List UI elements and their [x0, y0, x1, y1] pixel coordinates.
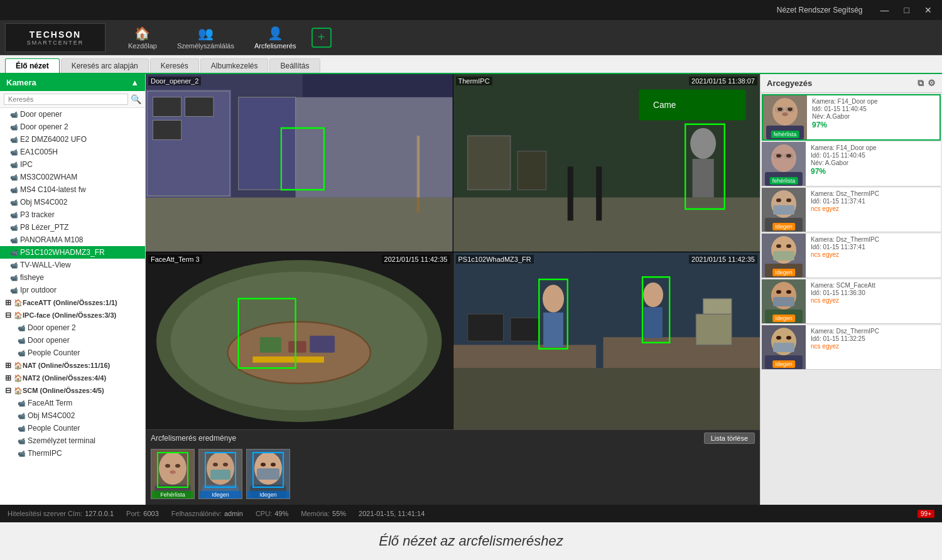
video-area: Door_opener_2	[146, 74, 760, 505]
camera-icon: 📹	[10, 111, 18, 118]
svg-point-105	[786, 336, 791, 340]
face-info-4: Kamera: Dsz_ThermIPC Idő: 01-15 11:37:41…	[806, 234, 941, 277]
face-result-1[interactable]: Fehérlista	[151, 449, 195, 499]
group-ipc-face[interactable]: ⊟ 🏠 IPC-face (Online/Összes:3/3)	[0, 309, 145, 321]
sidebar-item-ps1c[interactable]: 📹 PS1C102WHADMZ3_FR	[0, 246, 145, 259]
svg-rect-41	[644, 307, 663, 338]
face-name-2: Név: A.Gabor	[811, 159, 936, 166]
svg-rect-22	[596, 166, 602, 220]
video-cell-2[interactable]: ThermIPC 2021/01/15 11:38:07 Came	[453, 74, 761, 252]
mem-label: Memória:	[301, 510, 330, 517]
svg-rect-17	[517, 151, 546, 190]
sidebar-item-ea1c[interactable]: 📹 EA1C005H	[0, 146, 145, 158]
camera-icon: 📹	[18, 412, 25, 419]
svg-point-40	[643, 282, 663, 306]
camera-label: IPC	[20, 160, 33, 169]
sidebar-item-ipc[interactable]: 📹 IPC	[0, 158, 145, 171]
face-time-6: Idő: 01-15 11:32:25	[811, 335, 936, 342]
sidebar-scm-people[interactable]: 📹 People Counter	[0, 422, 145, 434]
sidebar-item-door-opener[interactable]: 📹 Door opener	[0, 108, 145, 121]
nav-face[interactable]: 👤 Arcfelismerés	[244, 23, 306, 52]
face-time-5: Idő: 01-15 11:36:30	[811, 289, 936, 296]
app-title: Nézet Rendszer Segítség	[5, 6, 875, 14]
svg-rect-13	[453, 198, 761, 252]
camera-label: Személyzet terminal	[28, 436, 95, 445]
camera-label: Ipr outdoor	[20, 286, 57, 294]
sidebar-ipc-door2[interactable]: 📹 Door opener 2	[0, 321, 145, 334]
sidebar-scm-obj[interactable]: 📹 Obj MS4C002	[0, 409, 145, 422]
svg-point-63	[271, 463, 276, 466]
sidebar-item-panorama[interactable]: 📹 PANORAMA M108	[0, 234, 145, 246]
video-cell-4[interactable]: PS1c102WhadMZ3_FR 2021/01/15 11:42:35	[453, 252, 761, 430]
group-nat[interactable]: ⊞ 🏠 NAT (Online/Összes:11/16)	[0, 359, 145, 372]
status-port: Port: 6003	[126, 510, 159, 517]
logo-top: TECHSON	[30, 30, 81, 40]
sidebar-item-fisheye[interactable]: 📹 fisheye	[0, 271, 145, 284]
video-cell-3[interactable]: FaceAtt_Term 3 2021/01/15 11:42:35	[146, 252, 453, 430]
sidebar-ipc-people[interactable]: 📹 People Counter	[0, 347, 145, 359]
svg-rect-6	[185, 97, 213, 117]
face-entry-2[interactable]: fehérlista Kamera: F14_Door ope Idő: 01-…	[762, 142, 941, 186]
sidebar-item-p3[interactable]: 📹 P3 tracker	[0, 208, 145, 221]
face-entry-3[interactable]: Idegen Kamera: Dsz_ThermIPC Idő: 01-15 1…	[762, 188, 941, 232]
group-nat2[interactable]: ⊞ 🏠 NAT2 (Online/Összes:4/4)	[0, 372, 145, 384]
camera-icon: 📹	[10, 199, 18, 206]
sidebar-collapse-icon[interactable]: ▲	[131, 78, 139, 87]
maximize-button[interactable]: □	[899, 4, 914, 16]
window-controls: — □ ✕	[875, 4, 937, 16]
minimize-button[interactable]: —	[875, 4, 894, 16]
face-entry-5[interactable]: Idegen Kamera: SCM_FaceAtt Idő: 01-15 11…	[762, 279, 941, 324]
statusbar: Hitelesítési szerver Cím: 127.0.0.1 Port…	[0, 505, 942, 522]
settings-icon[interactable]: ⚙	[928, 78, 936, 89]
clear-list-button[interactable]: Lista törlése	[704, 433, 755, 444]
sidebar-scm-thermIPC[interactable]: 📹 ThermIPC	[0, 447, 145, 460]
tab-settings[interactable]: Beállítás	[269, 58, 320, 73]
svg-rect-29	[310, 335, 335, 352]
copy-icon[interactable]: ⧉	[918, 78, 924, 89]
svg-point-50	[170, 470, 176, 474]
sidebar-ipc-door[interactable]: 📹 Door opener	[0, 334, 145, 347]
camera-icon: 📹	[10, 174, 18, 181]
svg-rect-43	[703, 298, 731, 314]
sidebar-item-e2[interactable]: 📹 E2 DMZ64002 UFO	[0, 133, 145, 146]
sidebar-item-ms4[interactable]: 📹 MS4 C104-latest fw	[0, 183, 145, 196]
tab-album[interactable]: Albumkezelés	[200, 58, 269, 73]
sidebar-scm-szemelyzet[interactable]: 📹 Személyzet terminal	[0, 434, 145, 447]
svg-rect-57	[210, 470, 230, 480]
search-input[interactable]	[4, 94, 128, 105]
sidebar-item-ms3c[interactable]: 📹 MS3C002WHAM	[0, 171, 145, 183]
close-button[interactable]: ✕	[919, 4, 937, 16]
expand-icon: ⊞	[5, 298, 11, 307]
sidebar-title: Kamera	[6, 78, 36, 87]
camera-label: ThermIPC	[28, 449, 62, 458]
tab-live[interactable]: Élő nézet	[5, 58, 60, 73]
sidebar-item-tvwall[interactable]: 📹 TV-WALL-View	[0, 259, 145, 271]
face-entry-4[interactable]: Idegen Kamera: Dsz_ThermIPC Idő: 01-15 1…	[762, 234, 941, 278]
tab-search-face[interactable]: Keresés arc alapján	[61, 58, 149, 73]
camera-label: Door opener	[28, 336, 70, 345]
svg-rect-27	[260, 337, 281, 353]
video-label-3: FaceAtt_Term 3	[148, 255, 202, 264]
face-entry-1[interactable]: fehérlista Kamera: F14_Door ope Idő: 01-…	[762, 94, 941, 141]
video-cell-1[interactable]: Door_opener_2	[146, 74, 453, 252]
sidebar-scm-faceatt[interactable]: 📹 FaceAtt Term	[0, 397, 145, 409]
tab-search[interactable]: Keresés	[150, 58, 199, 73]
face-result-3[interactable]: Idegen	[246, 449, 290, 499]
sidebar-item-p8[interactable]: 📹 P8 Lézer_PTZ	[0, 221, 145, 234]
nav-add-button[interactable]: +	[311, 28, 332, 48]
face-time-2: Idő: 01-15 11:40:45	[811, 152, 936, 159]
face-badge-3: Idegen	[772, 223, 795, 230]
face-entry-6[interactable]: Idegen Kamera: Dsz_ThermIPC Idő: 01-15 1…	[762, 325, 941, 370]
face-name-6: ncs egyez	[811, 343, 936, 350]
nav-home[interactable]: 🏠 Kezdőlap	[118, 23, 167, 52]
face-result-2[interactable]: Idegen	[198, 449, 242, 499]
sidebar-item-obj-ms4[interactable]: 📹 Obj MS4C002	[0, 196, 145, 208]
sidebar-item-door-opener-2[interactable]: 📹 Door opener 2	[0, 121, 145, 133]
group-faceatt[interactable]: ⊞ 🏠 FaceATT (Online/Összes:1/1)	[0, 296, 145, 309]
sidebar-item-lpr[interactable]: 📹 Ipr outdoor	[0, 284, 145, 296]
svg-rect-88	[773, 205, 794, 215]
group-scm[interactable]: ⊟ 🏠 SCM (Online/Összes:4/5)	[0, 384, 145, 397]
svg-point-98	[776, 290, 781, 294]
nav-people[interactable]: 👥 Személyszámlálás	[167, 23, 244, 52]
search-icon[interactable]: 🔍	[131, 94, 141, 104]
